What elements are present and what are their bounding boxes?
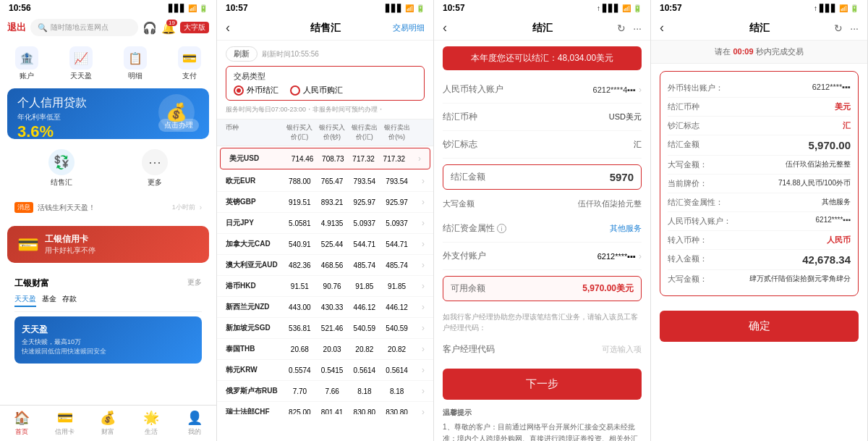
wifi-icon: 📶 xyxy=(188,4,197,12)
nav-account[interactable]: 🏦 账户 xyxy=(15,46,38,81)
bottom-credit[interactable]: 💳 信用卡 xyxy=(43,410,87,437)
panel-home: 10:56 ▋▋▋ 📶 🔋 退出 🔍 随时随地云逛网点 🎧 🔔19 大字版 🏦 … xyxy=(0,0,217,441)
next-button[interactable]: 下一步 xyxy=(443,369,642,400)
pay-account-label: 外支付账户 xyxy=(443,250,501,262)
quick-jsh-label: 结售汇 xyxy=(51,177,72,188)
p2-header: ‹ 结售汇 交易明细 xyxy=(217,16,433,41)
user-badge[interactable]: 大字版 xyxy=(180,22,209,33)
table-row-krw[interactable]: 韩元KRW 0.5574 0.5415 0.5614 0.5614 › xyxy=(217,360,433,381)
amount-label: 结汇金额 xyxy=(451,171,485,183)
bottom-home[interactable]: 🏠 首页 xyxy=(0,410,43,437)
buy-h-thb: 20.68 xyxy=(284,345,316,353)
promo-text: 活钱生利天天盈！ xyxy=(38,203,95,213)
bottom-wealth[interactable]: 💰 财富 xyxy=(87,410,130,437)
p3-header: ‹ 结汇 ↻ ··· xyxy=(434,16,650,41)
radio-sell[interactable] xyxy=(234,85,244,96)
timer-text: 请在 xyxy=(715,47,731,56)
p4-refresh-icon[interactable]: ↻ xyxy=(834,22,843,34)
wealth-tab-deposit[interactable]: 存款 xyxy=(62,294,77,307)
nav-tiantiany[interactable]: 📈 天天盈 xyxy=(69,46,93,81)
refresh-row: 刷新 刷新时间10:55:56 xyxy=(226,46,425,62)
headphone-icon[interactable]: 🎧 xyxy=(142,21,157,35)
type-label: 交易类型 xyxy=(234,71,417,82)
confirm-button[interactable]: 确定 xyxy=(660,311,859,342)
bank-card-title: 工银信用卡 xyxy=(45,233,95,245)
quick-more[interactable]: ⋯ 更多 xyxy=(142,149,168,188)
notification-icon[interactable]: 🔔19 xyxy=(161,21,176,35)
wealth-more[interactable]: 更多 xyxy=(187,277,202,290)
bottom-mine[interactable]: 👤 我的 xyxy=(173,410,216,437)
more-dots-icon[interactable]: ··· xyxy=(633,22,642,34)
refresh-icon[interactable]: ↻ xyxy=(617,22,626,34)
table-row-gbp[interactable]: 英镑GBP 919.51 893.21 925.97 925.97 › xyxy=(217,192,433,213)
confirm-label-in-amount: 转入金额： xyxy=(668,253,733,264)
main-nav: 🏦 账户 📈 天天盈 📋 明细 💳 支付 xyxy=(0,41,216,84)
buy-h-cad: 540.91 xyxy=(284,240,316,248)
panel-rate-list: 10:57 ▋▋▋ 📶 🔋 ‹ 结售汇 交易明细 刷新 刷新时间10:55:56… xyxy=(217,0,434,441)
bottom-mine-label: 我的 xyxy=(188,427,201,437)
buy-c-nzd: 430.33 xyxy=(316,303,349,311)
quick-jsh[interactable]: 💱 结售汇 xyxy=(48,149,75,188)
p4-back-button[interactable]: ‹ xyxy=(660,20,664,35)
table-row-nzd[interactable]: 新西兰元NZD 443.00 430.33 446.12 446.12 › xyxy=(217,297,433,318)
option-buy-label: 人民币购汇 xyxy=(303,85,343,96)
table-row-chf[interactable]: 瑞士法郎CHF 825.00 801.41 830.80 830.80 › xyxy=(217,402,433,414)
attr-link[interactable]: 其他服务 xyxy=(610,223,642,234)
confirm-value-big-amount: 伍仟玖佰柒拾元整整 xyxy=(786,159,851,169)
wealth-tab-fund[interactable]: 基金 xyxy=(42,294,56,307)
p4-more-icon[interactable]: ··· xyxy=(850,22,859,34)
attr-info-icon[interactable]: i xyxy=(497,224,506,233)
status-icons-2: ▋▋▋ 📶 🔋 xyxy=(386,4,425,12)
table-row-hkd[interactable]: 港币HKD 91.51 90.76 91.85 91.85 › xyxy=(217,276,433,297)
transfer-account-label: 人民币转入账户 xyxy=(443,83,503,96)
buy-c-jpy: 4.9135 xyxy=(316,219,349,227)
table-row-eur[interactable]: 欧元EUR 788.00 765.47 793.54 793.54 › xyxy=(217,171,433,192)
loan-banner: 个人信用贷款 年化利率低至 3.6% 点击办理 💰 xyxy=(7,88,209,139)
chevron-cad: › xyxy=(413,239,425,249)
bottom-life[interactable]: 🌟 生活 xyxy=(129,410,173,437)
buy-h-usd: 714.46 xyxy=(287,155,318,163)
signal-icon: ▋▋▋ xyxy=(169,4,186,12)
exit-button[interactable]: 退出 xyxy=(7,21,26,34)
confirm-row-account: 外币转出账户： 6212****▪▪▪ xyxy=(668,79,851,98)
type-selector: 交易类型 外币结汇 人民币购汇 xyxy=(226,66,425,101)
mark-text: 汇 xyxy=(634,139,642,150)
confirm-value-currency: 美元 xyxy=(835,101,851,112)
sell-h-thb: 20.82 xyxy=(349,345,381,353)
buy-c-krw: 0.5415 xyxy=(316,366,349,374)
confirm-label-in-big-amount: 大写金额： xyxy=(668,274,733,285)
wealth-tab-tiantiany[interactable]: 天天盈 xyxy=(14,294,36,307)
option-sell[interactable]: 外币结汇 xyxy=(234,85,278,96)
quick-more-label: 更多 xyxy=(148,177,162,188)
amount-value[interactable]: 5970 xyxy=(610,171,634,183)
table-row-jpy[interactable]: 日元JPY 5.0581 4.9135 5.0937 5.0937 › xyxy=(217,213,433,234)
currency-krw: 韩元KRW xyxy=(226,365,284,375)
nav-pay[interactable]: 💳 支付 xyxy=(178,46,201,81)
option-buy[interactable]: 人民币购汇 xyxy=(290,85,343,96)
confirm-row-in-account: 人民币转入账户： 6212****▪▪▪ xyxy=(668,212,851,231)
table-row-aud[interactable]: 澳大利亚元AUD 482.36 468.56 485.74 485.74 › xyxy=(217,255,433,276)
p2-back-button[interactable]: ‹ xyxy=(226,20,230,35)
refresh-button[interactable]: 刷新 xyxy=(226,46,258,62)
manager-input[interactable]: 可选输入项 xyxy=(602,344,642,355)
bank-card-content: 工银信用卡 用卡好礼享不停 xyxy=(45,233,95,256)
currency-cad: 加拿大元CAD xyxy=(226,239,284,249)
nav-detail[interactable]: 📋 明细 xyxy=(124,46,147,81)
search-box[interactable]: 🔍 随时随地云逛网点 xyxy=(30,19,138,36)
radio-buy[interactable] xyxy=(290,85,300,96)
currency-eur: 欧元EUR xyxy=(226,176,284,186)
table-row-rub[interactable]: 俄罗斯卢布RUB 7.70 7.66 8.18 8.18 › xyxy=(217,381,433,402)
buy-h-aud: 482.36 xyxy=(284,261,316,269)
sell-c-nzd: 446.12 xyxy=(380,303,413,311)
table-row-thb[interactable]: 泰国THB 20.68 20.03 20.82 20.82 › xyxy=(217,339,433,360)
table-row-cad[interactable]: 加拿大元CAD 540.91 525.44 544.71 544.71 › xyxy=(217,234,433,255)
table-row-sgd[interactable]: 新加坡元SGD 536.81 521.46 540.59 540.59 › xyxy=(217,318,433,339)
bottom-life-label: 生活 xyxy=(145,427,158,437)
time-3: 10:57 xyxy=(443,3,465,13)
table-row-usd[interactable]: 美元USD 714.46 708.73 717.32 717.32 › xyxy=(220,148,430,169)
sell-c-cad: 544.71 xyxy=(380,240,413,248)
p2-transaction-link[interactable]: 交易明细 xyxy=(393,22,425,33)
life-icon: 🌟 xyxy=(143,410,159,426)
p3-back-button[interactable]: ‹ xyxy=(443,20,447,35)
confirm-label-in-currency: 转入币种： xyxy=(668,235,733,245)
